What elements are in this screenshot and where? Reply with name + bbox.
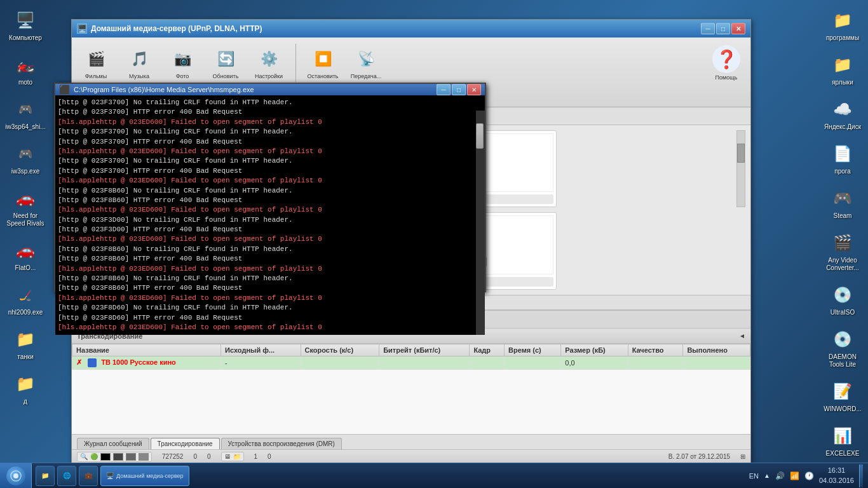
toolbar-nastroyki-button[interactable]: ⚙️ Настройки	[250, 44, 288, 82]
toolbar-obnovit-button[interactable]: 🔄 Обновить	[207, 44, 245, 82]
toolbar-pomoshch-button[interactable]: ❓ Помощь	[707, 43, 745, 83]
col-source: Исходный ф...	[221, 344, 301, 356]
clock-date: 04.03.2016	[819, 477, 854, 484]
filmy-label: Фильмы	[85, 73, 107, 79]
minimize-button[interactable]: ─	[701, 23, 715, 34]
toolbar-filmy-button[interactable]: 🎬 Фильмы	[77, 44, 115, 82]
taskbar-media-server[interactable]: 🖥️ Домашний медиа-сервер	[100, 466, 189, 486]
proga-label: прога	[834, 168, 851, 175]
obnovit-label: Обновить	[213, 73, 239, 79]
cmd-content: [http @ 023F3700] No trailing CRLF found…	[55, 95, 485, 335]
main-window-titlebar: 🖥️ Домашний медиа-сервер (UPnP, DLNA, HT…	[72, 20, 750, 37]
ostanovit-label: Остановить	[307, 73, 338, 79]
desktop-icon-programmy[interactable]: 📁 программы	[820, 5, 865, 44]
muzika-icon: 🎵	[126, 46, 152, 72]
col-frame: Кадр	[470, 344, 505, 356]
desktop-icon-iw3sp[interactable]: 🎮 iw3sp64_shi...	[3, 94, 48, 133]
cmd-minimize-button[interactable]: ─	[437, 84, 451, 95]
status-bar: 🔍 🟢 727252 0 0 🖥 📁 1 0 В. 2.07 от 29.12.…	[72, 449, 750, 463]
desktop-icon-iw3sp2[interactable]: 🎮 iw3sp.exe	[3, 139, 48, 178]
desktop-icon-nhl[interactable]: 🏒 nhl2009.exe	[3, 280, 48, 319]
tanki-label: танки	[17, 353, 34, 361]
desktop-icon-any-video[interactable]: 🎬 Any Video Converter...	[820, 227, 865, 274]
cmd-scroll-thumb	[476, 123, 484, 149]
programmy-label: программы	[826, 34, 859, 42]
desktop-icon-tanki[interactable]: 📁 танки	[3, 324, 48, 363]
komputer-label: Компьютер	[9, 34, 42, 42]
toolbar-foto-button[interactable]: 📷 Фото	[163, 44, 201, 82]
table-row[interactable]: ✗ ТВ 1000 Русское кино - 0,0	[72, 356, 750, 370]
cmd-window: ⬛ C:\Program Files (x86)\Home Media Serv…	[54, 83, 486, 292]
ostanovit-icon: ⏹️	[310, 46, 336, 72]
taskbar-explorer[interactable]: 📁	[36, 466, 55, 486]
tanki-icon: 📁	[13, 327, 38, 352]
taskbar-ie[interactable]: 🌐	[57, 466, 76, 486]
status-version: В. 2.07 от 29.12.2015	[668, 453, 730, 460]
app-icon: 🖥️	[77, 24, 87, 34]
col-speed: Скорость (к/с)	[301, 344, 379, 356]
tab-transcoding[interactable]: Транскодирование	[151, 438, 220, 449]
channel-scrollbar[interactable]	[736, 130, 745, 207]
status-val1: 727252	[162, 453, 183, 460]
iw3sp-label: iw3sp64_shi...	[5, 123, 45, 131]
nfs-icon: 🚗	[13, 186, 38, 211]
desktop-icon-yarlyki[interactable]: 📁 ярлыки	[820, 50, 865, 89]
peredacha-icon: 📡	[353, 46, 379, 72]
row-time	[505, 356, 561, 370]
start-button[interactable]	[0, 463, 32, 489]
transcoding-collapse[interactable]: ◄	[739, 332, 745, 339]
col-done: Выполнено	[683, 344, 750, 356]
daemon-icon: 💿	[830, 327, 855, 352]
row-frame	[470, 356, 505, 370]
cmd-close-button[interactable]: ✕	[467, 84, 481, 95]
desktop-icon-moto[interactable]: 🏍️ moto	[3, 50, 48, 89]
close-button[interactable]: ✕	[731, 23, 745, 34]
toolbar-muzika-button[interactable]: 🎵 Музыка	[120, 44, 158, 82]
any-video-label: Any Video Converter...	[822, 257, 863, 272]
desktop-icon-excel[interactable]: 📊 EXCELEXE	[820, 421, 865, 460]
cmd-scrollbar[interactable]	[476, 111, 485, 335]
desktop-icon-winword[interactable]: 📝 WINWORD...	[820, 376, 865, 416]
desktop-icon-ultraiso[interactable]: 💿 UltraISO	[820, 280, 865, 319]
tab-log[interactable]: Журнал сообщений	[77, 438, 149, 449]
taskbar-clock[interactable]: 16:31 04.03.2016	[819, 466, 854, 485]
volume-icon: 📶	[790, 471, 799, 480]
d-icon: 📁	[13, 371, 38, 396]
row-source: -	[221, 356, 301, 370]
yarlyki-label: ярлыки	[832, 79, 853, 86]
desktop-icon-nfs[interactable]: 🚗 Need for Speed Rivals	[3, 183, 48, 230]
flatout-icon: 🚗	[13, 238, 38, 263]
toolbar-peredacha-button[interactable]: 📡 Передача...	[347, 44, 385, 82]
col-bitrate: Битрейт (кБит/с)	[379, 344, 470, 356]
desktop-icon-komputer[interactable]: 🖥️ Компьютер	[3, 5, 48, 44]
desktop-icon-flatout[interactable]: 🚗 FlatO...	[3, 235, 48, 274]
network-icon: 🔊	[775, 471, 785, 480]
komputer-icon: 🖥️	[13, 8, 38, 33]
cmd-maximize-button[interactable]: □	[452, 84, 466, 95]
maximize-button[interactable]: □	[716, 23, 730, 34]
col-time: Время (с)	[505, 344, 561, 356]
moto-label: moto	[18, 79, 32, 86]
toolbar-ostanovit-button[interactable]: ⏹️ Остановить	[304, 44, 342, 82]
winword-icon: 📝	[830, 379, 855, 404]
col-size: Размер (кБ)	[561, 344, 628, 356]
excel-icon: 📊	[830, 423, 855, 449]
desktop-icon-d[interactable]: 📁 д	[3, 369, 48, 408]
steam-icon: 🎮	[830, 186, 855, 211]
desktop-icon-daemon[interactable]: 💿 DAEMON Tools Lite	[820, 324, 865, 371]
desktop-icon-steam[interactable]: 🎮 Steam	[820, 183, 865, 222]
svg-point-1	[13, 473, 18, 478]
clock-icon: 🕐	[804, 471, 814, 480]
tab-devices[interactable]: Устройства воспроизведения (DMR)	[221, 438, 342, 449]
cmd-title: C:\Program Files (x86)\Home Media Server…	[74, 86, 254, 93]
cmd-titlebar: ⬛ C:\Program Files (x86)\Home Media Serv…	[55, 84, 485, 95]
main-window-title: Домашний медиа-сервер (UPnP, DLNA, HTTP)	[91, 24, 262, 33]
status-icon-group: 🖥 📁	[221, 452, 244, 461]
foto-icon: 📷	[170, 46, 195, 72]
desktop-icon-yandex-disk[interactable]: ☁️ Яндекс.Диск	[820, 94, 865, 133]
desktop-icon-proga[interactable]: 📄 прога	[820, 139, 865, 178]
show-desktop-button[interactable]	[859, 464, 863, 487]
taskbar-file-manager[interactable]: 💼	[79, 466, 98, 486]
steam-label: Steam	[834, 212, 852, 220]
status-val4: 1	[254, 453, 258, 460]
